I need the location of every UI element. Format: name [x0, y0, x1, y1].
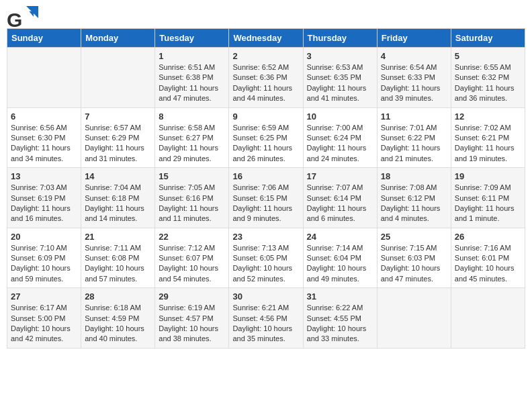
- calendar-day-cell: 30Sunrise: 6:21 AM Sunset: 4:56 PM Dayli…: [229, 288, 303, 349]
- day-info: Sunrise: 6:56 AM Sunset: 6:30 PM Dayligh…: [11, 123, 77, 165]
- day-info: Sunrise: 7:05 AM Sunset: 6:16 PM Dayligh…: [159, 183, 225, 224]
- day-info: Sunrise: 7:07 AM Sunset: 6:14 PM Dayligh…: [307, 183, 373, 224]
- calendar-week-row: 27Sunrise: 6:17 AM Sunset: 5:00 PM Dayli…: [7, 288, 525, 349]
- calendar-day-cell: 27Sunrise: 6:17 AM Sunset: 5:00 PM Dayli…: [7, 288, 81, 349]
- calendar-day-cell: 17Sunrise: 7:07 AM Sunset: 6:14 PM Dayli…: [303, 168, 377, 228]
- day-info: Sunrise: 7:13 AM Sunset: 6:05 PM Dayligh…: [232, 243, 299, 285]
- calendar-day-cell: 24Sunrise: 7:14 AM Sunset: 6:04 PM Dayli…: [303, 228, 377, 288]
- day-info: Sunrise: 6:57 AM Sunset: 6:29 PM Dayligh…: [85, 123, 151, 165]
- calendar-day-cell: 16Sunrise: 7:06 AM Sunset: 6:15 PM Dayli…: [229, 168, 303, 228]
- day-info: Sunrise: 7:15 AM Sunset: 6:03 PM Dayligh…: [381, 243, 447, 285]
- day-info: Sunrise: 6:21 AM Sunset: 4:56 PM Dayligh…: [232, 303, 299, 345]
- logo-icon: G: [7, 7, 23, 23]
- day-number: 12: [455, 111, 521, 122]
- calendar-day-cell: 22Sunrise: 7:12 AM Sunset: 6:07 PM Dayli…: [155, 228, 229, 288]
- calendar-day-cell: 19Sunrise: 7:09 AM Sunset: 6:11 PM Dayli…: [451, 168, 525, 228]
- day-number: 3: [307, 51, 373, 61]
- day-info: Sunrise: 7:02 AM Sunset: 6:21 PM Dayligh…: [455, 123, 521, 165]
- day-number: 17: [307, 171, 373, 181]
- calendar-day-cell: 21Sunrise: 7:11 AM Sunset: 6:08 PM Dayli…: [81, 228, 155, 288]
- day-number: 1: [159, 51, 225, 61]
- calendar-week-row: 1Sunrise: 6:51 AM Sunset: 6:38 PM Daylig…: [7, 48, 525, 108]
- svg-marker-2: [26, 6, 38, 18]
- calendar-day-cell: 15Sunrise: 7:05 AM Sunset: 6:16 PM Dayli…: [155, 168, 229, 228]
- day-number: 7: [85, 111, 151, 122]
- calendar-day-cell: 11Sunrise: 7:01 AM Sunset: 6:22 PM Dayli…: [377, 107, 451, 168]
- calendar-day-cell: 23Sunrise: 7:13 AM Sunset: 6:05 PM Dayli…: [229, 228, 303, 288]
- day-number: 21: [85, 232, 151, 242]
- day-info: Sunrise: 7:06 AM Sunset: 6:15 PM Dayligh…: [232, 183, 299, 224]
- calendar-day-cell: [81, 48, 155, 108]
- day-of-week-header: Saturday: [451, 29, 525, 48]
- day-number: 20: [11, 232, 77, 242]
- day-number: 19: [455, 171, 521, 181]
- day-number: 25: [381, 232, 447, 242]
- day-number: 15: [159, 171, 225, 181]
- day-info: Sunrise: 6:53 AM Sunset: 6:35 PM Dayligh…: [307, 62, 373, 104]
- day-of-week-header: Thursday: [303, 29, 377, 48]
- day-info: Sunrise: 6:18 AM Sunset: 4:59 PM Dayligh…: [85, 303, 151, 345]
- day-number: 26: [455, 232, 521, 242]
- calendar-day-cell: 8Sunrise: 6:58 AM Sunset: 6:27 PM Daylig…: [155, 107, 229, 168]
- svg-text:G: G: [7, 9, 22, 31]
- calendar-day-cell: 29Sunrise: 6:19 AM Sunset: 4:57 PM Dayli…: [155, 288, 229, 349]
- day-number: 2: [232, 51, 299, 61]
- calendar-day-cell: 5Sunrise: 6:55 AM Sunset: 6:32 PM Daylig…: [451, 48, 525, 108]
- calendar-table: SundayMondayTuesdayWednesdayThursdayFrid…: [7, 28, 525, 349]
- day-number: 24: [307, 232, 373, 242]
- day-info: Sunrise: 6:19 AM Sunset: 4:57 PM Dayligh…: [159, 303, 225, 345]
- day-number: 29: [159, 291, 225, 302]
- day-number: 23: [232, 232, 299, 242]
- day-number: 27: [11, 291, 77, 302]
- day-info: Sunrise: 6:52 AM Sunset: 6:36 PM Dayligh…: [232, 62, 299, 104]
- day-number: 4: [381, 51, 447, 61]
- day-of-week-header: Wednesday: [229, 29, 303, 48]
- calendar-header-row: SundayMondayTuesdayWednesdayThursdayFrid…: [7, 29, 525, 48]
- day-info: Sunrise: 7:00 AM Sunset: 6:24 PM Dayligh…: [307, 123, 373, 165]
- calendar-day-cell: 4Sunrise: 6:54 AM Sunset: 6:33 PM Daylig…: [377, 48, 451, 108]
- day-info: Sunrise: 7:14 AM Sunset: 6:04 PM Dayligh…: [307, 243, 373, 285]
- day-of-week-header: Tuesday: [155, 29, 229, 48]
- calendar-day-cell: 20Sunrise: 7:10 AM Sunset: 6:09 PM Dayli…: [7, 228, 81, 288]
- day-info: Sunrise: 6:22 AM Sunset: 4:55 PM Dayligh…: [307, 303, 373, 345]
- day-of-week-header: Monday: [81, 29, 155, 48]
- day-number: 30: [232, 291, 299, 302]
- day-info: Sunrise: 7:11 AM Sunset: 6:08 PM Dayligh…: [85, 243, 151, 285]
- day-number: 6: [11, 111, 77, 122]
- calendar-day-cell: 26Sunrise: 7:16 AM Sunset: 6:01 PM Dayli…: [451, 228, 525, 288]
- calendar-day-cell: 18Sunrise: 7:08 AM Sunset: 6:12 PM Dayli…: [377, 168, 451, 228]
- calendar-week-row: 13Sunrise: 7:03 AM Sunset: 6:19 PM Dayli…: [7, 168, 525, 228]
- day-number: 16: [232, 171, 299, 181]
- calendar-day-cell: 3Sunrise: 6:53 AM Sunset: 6:35 PM Daylig…: [303, 48, 377, 108]
- calendar-day-cell: 31Sunrise: 6:22 AM Sunset: 4:55 PM Dayli…: [303, 288, 377, 349]
- day-info: Sunrise: 6:55 AM Sunset: 6:32 PM Dayligh…: [455, 62, 521, 104]
- page-header: G: [7, 7, 525, 23]
- day-number: 10: [307, 111, 373, 122]
- day-info: Sunrise: 7:09 AM Sunset: 6:11 PM Dayligh…: [455, 183, 521, 224]
- day-number: 13: [11, 171, 77, 181]
- day-info: Sunrise: 7:03 AM Sunset: 6:19 PM Dayligh…: [11, 183, 77, 224]
- day-info: Sunrise: 7:10 AM Sunset: 6:09 PM Dayligh…: [11, 243, 77, 285]
- calendar-week-row: 20Sunrise: 7:10 AM Sunset: 6:09 PM Dayli…: [7, 228, 525, 288]
- day-info: Sunrise: 6:54 AM Sunset: 6:33 PM Dayligh…: [381, 62, 447, 104]
- day-info: Sunrise: 6:58 AM Sunset: 6:27 PM Dayligh…: [159, 123, 225, 165]
- calendar-day-cell: 12Sunrise: 7:02 AM Sunset: 6:21 PM Dayli…: [451, 107, 525, 168]
- day-number: 9: [232, 111, 299, 122]
- calendar-day-cell: 10Sunrise: 7:00 AM Sunset: 6:24 PM Dayli…: [303, 107, 377, 168]
- calendar-day-cell: [377, 288, 451, 349]
- day-number: 28: [85, 291, 151, 302]
- day-number: 11: [381, 111, 447, 122]
- day-number: 14: [85, 171, 151, 181]
- calendar-week-row: 6Sunrise: 6:56 AM Sunset: 6:30 PM Daylig…: [7, 107, 525, 168]
- day-info: Sunrise: 7:04 AM Sunset: 6:18 PM Dayligh…: [85, 183, 151, 224]
- day-info: Sunrise: 6:51 AM Sunset: 6:38 PM Dayligh…: [159, 62, 225, 104]
- day-number: 18: [381, 171, 447, 181]
- day-info: Sunrise: 7:12 AM Sunset: 6:07 PM Dayligh…: [159, 243, 225, 285]
- calendar-day-cell: 1Sunrise: 6:51 AM Sunset: 6:38 PM Daylig…: [155, 48, 229, 108]
- calendar-day-cell: [7, 48, 81, 108]
- logo-text: [26, 11, 38, 18]
- day-number: 5: [455, 51, 521, 61]
- calendar-day-cell: 9Sunrise: 6:59 AM Sunset: 6:25 PM Daylig…: [229, 107, 303, 168]
- day-number: 31: [307, 291, 373, 302]
- calendar-day-cell: 14Sunrise: 7:04 AM Sunset: 6:18 PM Dayli…: [81, 168, 155, 228]
